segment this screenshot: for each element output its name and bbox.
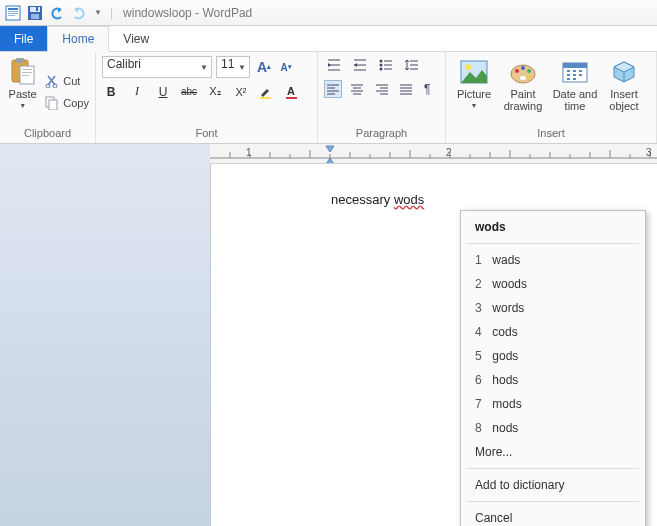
save-icon[interactable] bbox=[26, 4, 44, 22]
increase-indent-button[interactable] bbox=[350, 56, 370, 74]
strike-button[interactable]: abc bbox=[180, 86, 198, 97]
qat-dropdown-icon[interactable]: ▼ bbox=[94, 8, 102, 17]
undo-icon[interactable] bbox=[48, 4, 66, 22]
svg-point-22 bbox=[380, 60, 383, 63]
svg-text:¶: ¶ bbox=[424, 83, 430, 95]
picture-label: Picture bbox=[457, 88, 491, 100]
font-size-select[interactable]: 11 ▼ bbox=[216, 56, 250, 78]
insert-object-button[interactable]: Insert object bbox=[602, 56, 646, 127]
superscript-button[interactable]: X² bbox=[232, 86, 250, 98]
justify-button[interactable] bbox=[397, 80, 415, 98]
copy-label: Copy bbox=[63, 97, 89, 109]
font-size-value: 11 bbox=[221, 57, 234, 71]
ribbon: Paste ▼ Cut Copy Clipboard Cal bbox=[0, 52, 657, 144]
ctx-suggestion[interactable]: 8 nods bbox=[461, 416, 645, 440]
ctx-suggestion[interactable]: 5 gods bbox=[461, 344, 645, 368]
svg-point-30 bbox=[521, 66, 525, 70]
group-paragraph: ¶ Paragraph bbox=[318, 52, 446, 143]
app-icon bbox=[4, 4, 22, 22]
svg-point-31 bbox=[527, 69, 531, 73]
svg-rect-2 bbox=[8, 11, 18, 12]
align-right-button[interactable] bbox=[373, 80, 391, 98]
font-color-button[interactable]: A bbox=[284, 85, 302, 99]
ctx-head: wods bbox=[461, 215, 645, 239]
svg-point-24 bbox=[380, 68, 383, 71]
font-family-value: Calibri bbox=[107, 57, 141, 71]
tab-file[interactable]: File bbox=[0, 26, 47, 51]
ruler-mark: 3 bbox=[646, 147, 652, 158]
insert-group-label: Insert bbox=[452, 127, 650, 141]
ctx-cancel[interactable]: Cancel bbox=[461, 506, 645, 526]
paste-label: Paste bbox=[9, 88, 37, 100]
window-title: windowsloop - WordPad bbox=[123, 6, 252, 20]
paint-label: Paint drawing bbox=[498, 88, 548, 112]
ctx-separator bbox=[467, 468, 639, 469]
datetime-label: Date and time bbox=[550, 88, 600, 112]
paste-icon bbox=[9, 58, 37, 86]
left-gutter bbox=[0, 144, 210, 526]
svg-rect-4 bbox=[8, 15, 15, 16]
group-clipboard: Paste ▼ Cut Copy Clipboard bbox=[0, 52, 96, 143]
ctx-suggestion[interactable]: 3 words bbox=[461, 296, 645, 320]
ribbon-tabs: File Home View bbox=[0, 26, 657, 52]
shrink-font-button[interactable]: A▾ bbox=[276, 57, 296, 77]
svg-rect-1 bbox=[8, 8, 18, 10]
align-left-button[interactable] bbox=[324, 80, 342, 98]
ruler-mark: 2 bbox=[446, 147, 452, 158]
chevron-down-icon: ▼ bbox=[19, 102, 26, 109]
ctx-separator bbox=[467, 243, 639, 244]
svg-rect-18 bbox=[49, 100, 57, 110]
insert-datetime-button[interactable]: Date and time bbox=[550, 56, 600, 127]
svg-point-23 bbox=[380, 64, 383, 67]
quick-access-toolbar: ▼ | bbox=[4, 4, 117, 22]
underline-button[interactable]: U bbox=[154, 85, 172, 99]
cut-button[interactable]: Cut bbox=[45, 71, 89, 91]
qat-separator: | bbox=[110, 6, 113, 20]
chevron-down-icon: ▼ bbox=[200, 63, 208, 72]
app-name: WordPad bbox=[202, 6, 252, 20]
copy-button[interactable]: Copy bbox=[45, 93, 89, 113]
svg-point-32 bbox=[526, 75, 530, 79]
svg-rect-3 bbox=[8, 13, 18, 14]
document-text: necessary wods bbox=[331, 192, 424, 207]
copy-icon bbox=[45, 96, 59, 110]
tab-home[interactable]: Home bbox=[47, 26, 109, 52]
ctx-suggestion[interactable]: 6 hods bbox=[461, 368, 645, 392]
insert-paint-button[interactable]: Paint drawing bbox=[498, 56, 548, 127]
ctx-suggestion[interactable]: 7 mods bbox=[461, 392, 645, 416]
ctx-more[interactable]: More... bbox=[461, 440, 645, 464]
spellcheck-context-menu: wods 1 wads2 woods3 words4 cods5 gods6 h… bbox=[460, 210, 646, 526]
bullet-list-button[interactable] bbox=[376, 56, 396, 74]
ctx-suggestion[interactable]: 4 cods bbox=[461, 320, 645, 344]
align-center-button[interactable] bbox=[348, 80, 366, 98]
line-spacing-button[interactable] bbox=[402, 56, 422, 74]
paste-button[interactable]: Paste ▼ bbox=[6, 56, 39, 127]
ctx-add-to-dictionary[interactable]: Add to dictionary bbox=[461, 473, 645, 497]
grow-font-button[interactable]: A▴ bbox=[254, 57, 274, 77]
tab-view[interactable]: View bbox=[109, 26, 163, 51]
title-sep: - bbox=[192, 6, 203, 20]
object-label: Insert object bbox=[602, 88, 646, 112]
text-misspelled[interactable]: wods bbox=[394, 192, 424, 207]
chevron-down-icon: ▼ bbox=[471, 102, 478, 109]
subscript-button[interactable]: X₂ bbox=[206, 85, 224, 98]
svg-rect-7 bbox=[31, 14, 39, 19]
picture-icon bbox=[460, 58, 488, 86]
highlight-button[interactable] bbox=[258, 85, 276, 99]
font-family-select[interactable]: Calibri ▼ bbox=[102, 56, 212, 78]
insert-picture-button[interactable]: Picture ▼ bbox=[452, 56, 496, 127]
paragraph-dialog-button[interactable]: ¶ bbox=[421, 80, 439, 98]
svg-rect-19 bbox=[260, 97, 271, 99]
ruler[interactable]: 1 2 3 bbox=[210, 144, 657, 164]
decrease-indent-button[interactable] bbox=[324, 56, 344, 74]
ctx-separator bbox=[467, 501, 639, 502]
italic-button[interactable]: I bbox=[128, 84, 146, 99]
svg-point-27 bbox=[465, 64, 471, 70]
bold-button[interactable]: B bbox=[102, 85, 120, 99]
ruler-scale bbox=[210, 144, 657, 164]
ctx-suggestion[interactable]: 2 woods bbox=[461, 272, 645, 296]
title-bar: ▼ | windowsloop - WordPad bbox=[0, 0, 657, 26]
svg-rect-21 bbox=[286, 97, 297, 99]
redo-icon[interactable] bbox=[70, 4, 88, 22]
ctx-suggestion[interactable]: 1 wads bbox=[461, 248, 645, 272]
